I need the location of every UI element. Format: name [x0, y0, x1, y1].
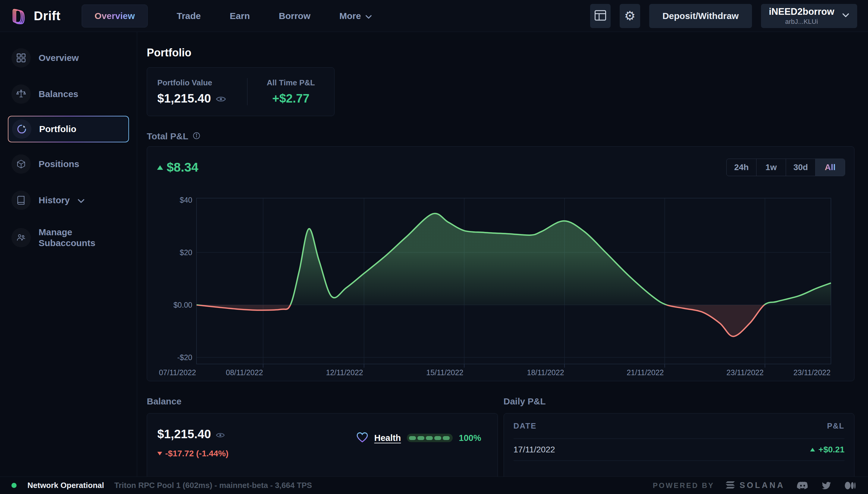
nav-tab-earn[interactable]: Earn	[230, 11, 250, 21]
main-content: Portfolio Portfolio Value $1,215.40 All …	[137, 32, 868, 476]
svg-text:21/11/2022: 21/11/2022	[627, 368, 664, 377]
daily-pnl-card: DATE P&L 17/11/2022 +$0.21	[504, 413, 855, 476]
current-pnl: $8.34	[157, 160, 198, 175]
health-percent: 100%	[459, 433, 481, 443]
svg-text:-$20: -$20	[177, 353, 192, 362]
time-range-selector: 24h 1w 30d All	[726, 159, 845, 176]
account-address: arbJ...KLUi	[785, 18, 818, 25]
cube-icon	[12, 154, 31, 174]
pie-chart-icon	[12, 119, 31, 139]
eye-icon[interactable]	[216, 428, 225, 441]
eye-icon[interactable]	[216, 92, 226, 105]
nav-tab-trade[interactable]: Trade	[177, 11, 201, 21]
balance-value: $1,215.40	[157, 428, 211, 441]
total-pnl-chart-card: $8.34 24h 1w 30d All $40$20$0.00-$2007/1…	[147, 146, 854, 381]
row-date: 17/11/2022	[514, 445, 555, 455]
sidebar: Overview Balances	[0, 32, 137, 476]
column-pnl: P&L	[827, 421, 845, 431]
sidebar-item-portfolio[interactable]: Portfolio	[8, 116, 129, 142]
drift-logo[interactable]: Drift	[9, 6, 61, 26]
row-pnl: +$0.21	[810, 445, 845, 455]
brand-name: Drift	[34, 9, 61, 23]
svg-text:$40: $40	[180, 196, 192, 204]
health-group: Health 100%	[356, 428, 481, 445]
sidebar-item-history[interactable]: History	[8, 188, 129, 213]
range-all-button[interactable]: All	[815, 159, 845, 176]
svg-text:07/11/2022: 07/11/2022	[159, 368, 196, 377]
info-icon[interactable]	[193, 132, 200, 141]
solana-bars-icon	[726, 481, 735, 490]
portfolio-summary-card: Portfolio Value $1,215.40 All Time P&L +…	[147, 67, 335, 116]
svg-text:23/11/2022: 23/11/2022	[726, 368, 764, 377]
svg-text:12/11/2022: 12/11/2022	[326, 368, 363, 377]
portfolio-value-label: Portfolio Value	[157, 78, 247, 88]
book-icon	[12, 191, 31, 210]
balance-section-title: Balance	[147, 396, 181, 406]
nav-tab-more[interactable]: More	[339, 11, 372, 21]
discord-icon[interactable]	[796, 480, 808, 490]
account-name: iNEED2borrow	[769, 6, 834, 17]
svg-text:$0.00: $0.00	[173, 301, 192, 309]
topbar-actions: ⚙ Deposit/Withdraw iNEED2borrow arbJ...K…	[590, 4, 857, 28]
scale-icon	[12, 84, 31, 104]
chevron-down-icon	[842, 13, 849, 19]
account-menu-button[interactable]: iNEED2borrow arbJ...KLUi	[761, 4, 857, 28]
health-bar	[407, 434, 453, 442]
top-navigation: Overview Trade Earn Borrow More	[82, 4, 372, 27]
all-time-pnl-label: All Time P&L	[248, 78, 334, 88]
table-row[interactable]: 17/11/2022 +$0.21	[514, 439, 845, 461]
health-link[interactable]: Health	[374, 433, 401, 443]
svg-text:$20: $20	[180, 248, 192, 256]
users-icon	[12, 228, 31, 247]
sidebar-item-balances[interactable]: Balances	[8, 81, 129, 107]
settings-button[interactable]: ⚙	[620, 4, 640, 28]
range-1w-button[interactable]: 1w	[756, 159, 786, 176]
medium-icon[interactable]	[845, 481, 856, 490]
drift-logo-icon	[9, 6, 28, 26]
page-title: Portfolio	[147, 46, 854, 59]
range-30d-button[interactable]: 30d	[786, 159, 815, 176]
layout-panels-icon	[594, 10, 606, 22]
daily-pnl-section-title: Daily P&L	[504, 396, 546, 406]
sidebar-item-positions[interactable]: Positions	[8, 151, 129, 177]
svg-text:23/11/2022: 23/11/2022	[793, 368, 830, 377]
svg-text:18/11/2022: 18/11/2022	[527, 368, 564, 377]
nav-tab-borrow[interactable]: Borrow	[279, 11, 311, 21]
status-bar: Network Operational Triton RPC Pool 1 (6…	[0, 476, 868, 494]
topbar: Drift Overview Trade Earn Borrow More	[0, 0, 868, 32]
all-time-pnl-value: +$2.77	[248, 92, 334, 105]
layout-panels-button[interactable]	[590, 4, 611, 28]
powered-by-label: POWERED BY	[653, 481, 714, 490]
solana-logo[interactable]: SOLANA	[726, 481, 785, 490]
balance-change: -$17.72 (-1.44%)	[157, 449, 229, 458]
network-status-dot	[12, 483, 17, 488]
rpc-info: Triton RPC Pool 1 (602ms) - mainnet-beta…	[114, 481, 312, 490]
current-pnl-value: $8.34	[167, 160, 198, 175]
gear-icon: ⚙	[624, 10, 636, 22]
svg-text:15/11/2022: 15/11/2022	[426, 368, 463, 377]
chevron-down-icon	[77, 195, 85, 205]
column-date: DATE	[514, 421, 537, 431]
heart-icon	[356, 432, 368, 444]
pnl-area-chart[interactable]: $40$20$0.00-$2007/11/202208/11/202212/11…	[147, 186, 855, 379]
sidebar-item-overview[interactable]: Overview	[8, 45, 129, 71]
grid-icon	[12, 48, 31, 68]
up-triangle-icon	[810, 448, 815, 452]
twitter-icon[interactable]	[821, 481, 832, 490]
deposit-withdraw-button[interactable]: Deposit/Withdraw	[649, 4, 752, 28]
network-status: Network Operational	[27, 481, 104, 490]
chevron-down-icon	[365, 11, 372, 21]
svg-text:08/11/2022: 08/11/2022	[226, 368, 263, 377]
down-triangle-icon	[157, 452, 162, 455]
up-triangle-icon	[157, 165, 163, 170]
range-24h-button[interactable]: 24h	[727, 159, 756, 176]
portfolio-value: $1,215.40	[157, 92, 211, 105]
sidebar-item-manage-subaccounts[interactable]: Manage Subaccounts	[8, 224, 129, 251]
nav-tab-overview[interactable]: Overview	[82, 4, 148, 27]
balance-card: $1,215.40 -$17.72 (-1.44%)	[147, 413, 498, 476]
daily-pnl-table-header: DATE P&L	[514, 414, 845, 439]
total-pnl-section-title: Total P&L	[147, 131, 189, 141]
